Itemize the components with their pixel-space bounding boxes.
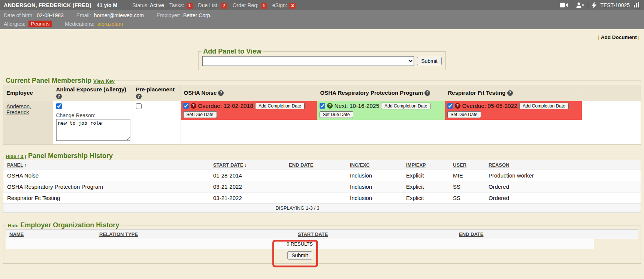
start-date-sort-link[interactable]: START DATE [213, 162, 243, 168]
due-help-icon[interactable]: ? [327, 103, 333, 109]
medication-value[interactable]: alprazolam [97, 21, 123, 27]
respirator-fit-checkbox[interactable] [447, 103, 453, 109]
col-filler [594, 229, 638, 239]
help-icon[interactable]: ? [218, 90, 224, 96]
add-completion-date-button[interactable]: Add Completion Date [381, 103, 430, 109]
osha-respiratory-status-band: ? Next: 10-16-2025 Add Completion Date S… [317, 101, 445, 120]
set-due-date-button[interactable]: Set Due Date [447, 111, 481, 118]
cell-panel: OSHA Noise [3, 170, 209, 181]
cell-imp-exp: Explicit [402, 192, 449, 203]
esign-group[interactable]: eSign: 3 [272, 2, 296, 8]
add-panel-section: Add Panel to View Submit [198, 48, 446, 70]
col-inc-exc: INC/EXC [346, 160, 402, 170]
tasks-count-badge[interactable]: 1 [187, 3, 193, 9]
results-count: 0 RESULTS [6, 239, 594, 249]
cell-imp-exp: Explicit [402, 170, 449, 181]
col-respirator-fit-label: Respirator Fit Testing [448, 90, 506, 96]
tasks-label: Tasks: [169, 2, 184, 8]
col-animal-exposure-label: Animal Exposure (Allergy) [56, 86, 127, 93]
name-sort-link[interactable]: NAME [9, 231, 24, 237]
patient-name: ANDERSON, FREDERICK (FRED) [4, 2, 91, 8]
cell-reason: Ordered [485, 181, 592, 192]
demographics-line: Date of birth: 02-08-1983 Email: horner@… [4, 11, 640, 19]
respirator-fit-cell: ? Overdue: 05-05-2022 Add Completion Dat… [445, 101, 582, 144]
orderreq-group[interactable]: Order Req: 1 [233, 2, 267, 8]
duelist-count-badge[interactable]: 7 [221, 3, 227, 9]
add-panel-select[interactable] [202, 56, 414, 66]
video-camera-icon[interactable] [560, 2, 568, 8]
osha-respiratory-checkbox[interactable] [320, 103, 325, 109]
employer-history-section: Hide Employer Organization History NAME … [3, 221, 641, 264]
set-due-date-button[interactable]: Set Due Date [320, 111, 353, 118]
help-icon[interactable]: ? [424, 90, 430, 96]
membership-history-legend-wrap: Hide ( 3 ) Panel Membership History [4, 152, 114, 160]
cell-end-date [285, 181, 346, 192]
tasks-group[interactable]: Tasks: 1 [169, 2, 193, 8]
status-value: Active [150, 2, 164, 8]
help-icon[interactable]: ? [136, 94, 142, 99]
cell-inc-exc: Inclusion [346, 181, 402, 192]
employer-submit-button[interactable]: Submit [287, 251, 312, 260]
history-row: Respirator Fit Testing 03-21-2022 Inclus… [3, 192, 641, 203]
cell-start-date: 03-21-2022 [209, 181, 285, 192]
col-reason: REASON [485, 160, 592, 170]
view-key-link[interactable]: View Key [93, 78, 115, 84]
displaying-count: DISPLAYING 1-3 / 3 [3, 203, 592, 212]
overdue-help-icon[interactable]: ? [191, 103, 196, 109]
add-completion-date-button[interactable]: Add Completion Date [255, 103, 305, 109]
history-row: OSHA Noise 01-28-2014 Inclusion Explicit… [3, 170, 641, 181]
cell-panel: Respirator Fit Testing [3, 192, 209, 203]
status-label: Status: [132, 2, 149, 8]
cell-filler [592, 203, 641, 212]
employee-link[interactable]: Anderson, Frederick [6, 103, 31, 115]
set-due-date-button[interactable]: Set Due Date [183, 111, 217, 118]
add-completion-date-button[interactable]: Add Completion Date [519, 103, 569, 109]
change-reason-textarea[interactable]: new to job role [56, 119, 130, 141]
help-icon[interactable]: ? [507, 90, 513, 96]
inc-exc-sort-link[interactable]: INC/EXC [350, 162, 370, 168]
col-osha-noise: OSHA Noise ? [181, 85, 317, 101]
orderreq-count-badge[interactable]: 1 [261, 3, 267, 9]
col-user: USER [449, 160, 485, 170]
col-filler [582, 85, 641, 101]
lightning-icon[interactable] [592, 2, 596, 9]
add-panel-legend: Add Panel to View [202, 48, 263, 55]
col-osha-noise-label: OSHA Noise [184, 90, 217, 96]
relation-type-sort-link[interactable]: RELATION TYPE [99, 231, 138, 237]
patient-subbanner: Date of birth: 02-08-1983 Email: horner@… [0, 10, 644, 29]
panel-sort-link[interactable]: PANEL [7, 162, 23, 168]
hide-employer-history-link[interactable]: Hide [8, 223, 18, 228]
esign-count-badge[interactable]: 3 [289, 3, 296, 9]
end-date-sort-link[interactable]: END DATE [289, 162, 313, 168]
help-icon[interactable]: ? [56, 94, 62, 99]
col-employee: Employee [3, 85, 53, 101]
duelist-group[interactable]: Due List: 7 [198, 2, 227, 8]
add-document-link[interactable]: Add Document [601, 34, 637, 40]
add-panel-submit-button[interactable]: Submit [417, 57, 442, 65]
current-panel-title: Current Panel Membership [6, 77, 91, 84]
user-sort-link[interactable]: USER [453, 162, 466, 168]
pre-placement-checkbox[interactable] [136, 103, 142, 109]
animal-exposure-checkbox[interactable] [56, 103, 62, 109]
osha-noise-checkbox[interactable] [183, 103, 189, 109]
cell-reason: Production worker [485, 170, 592, 181]
col-relation-type: RELATION TYPE [96, 229, 227, 239]
end-date-sort-link[interactable]: END DATE [459, 231, 483, 237]
start-date-sort-link[interactable]: START DATE [298, 231, 328, 237]
current-panel-legend-wrap: Current Panel Membership View Key [4, 77, 116, 85]
imp-exp-sort-link[interactable]: IMP/EXP [406, 162, 426, 168]
respirator-fit-status: Overdue: 05-05-2022 [462, 103, 517, 109]
animal-exposure-cell: Change Reason: new to job role [53, 101, 133, 144]
overdue-help-icon[interactable]: ? [455, 103, 460, 109]
reason-sort-link[interactable]: REASON [489, 162, 510, 168]
cell-panel: OSHA Respiratory Protection Program [3, 181, 209, 192]
document-links-row: | Add Document | [0, 30, 644, 40]
sort-desc-icon[interactable]: ↓ [244, 162, 247, 168]
add-user-icon[interactable] [576, 2, 584, 8]
allergy-badge[interactable]: Peanuts [28, 21, 52, 27]
main-content: | Add Document | Add Panel to View Submi… [0, 29, 644, 264]
cell-filler [592, 181, 641, 192]
sort-asc-icon[interactable]: ↑ [24, 162, 27, 168]
chart-icon[interactable] [634, 2, 640, 8]
hide-history-link[interactable]: Hide ( 3 ) [6, 154, 26, 159]
